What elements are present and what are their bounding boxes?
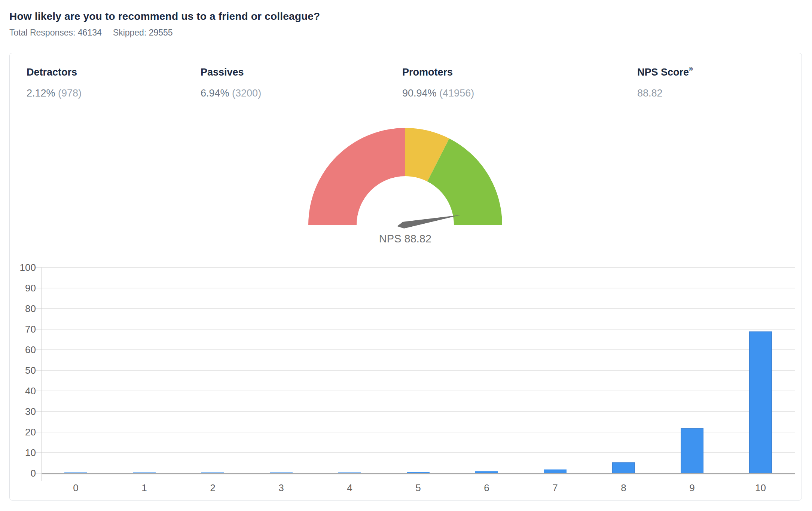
gridline-80	[35, 308, 795, 309]
skipped-label: Skipped:	[113, 28, 147, 37]
bar-score-9	[681, 428, 703, 473]
skipped: Skipped: 29555	[113, 28, 173, 38]
x-axis-label-9: 9	[675, 482, 709, 494]
gridline-100	[35, 267, 795, 268]
y-axis-line	[42, 267, 42, 481]
stat-detractors-count: (978)	[58, 88, 82, 99]
y-axis-tick-label-40: 40	[10, 386, 36, 396]
score-distribution-chart: 0102030405060708090100012345678910	[10, 53, 802, 501]
y-axis-tick-label-90: 90	[10, 283, 36, 293]
stat-nps-score: NPS Score® 88.82	[637, 67, 693, 78]
nps-gauge-value-label: NPS 88.82	[300, 233, 510, 245]
bar-score-0	[64, 472, 87, 473]
x-axis-label-8: 8	[607, 482, 641, 494]
stat-nps-score-number: 88.82	[637, 88, 663, 99]
gridline-70	[35, 329, 795, 330]
gridline-30	[35, 411, 795, 412]
nps-summary-card: Detractors 2.12% (978) Passives 6.94% (3…	[9, 53, 802, 501]
y-axis-tick-label-30: 30	[10, 406, 36, 417]
bar-score-8	[612, 462, 635, 473]
y-axis-tick-label-50: 50	[10, 365, 36, 376]
x-axis-label-2: 2	[196, 482, 230, 494]
stat-nps-score-label: NPS Score®	[637, 67, 693, 78]
x-axis-label-10: 10	[744, 482, 778, 494]
gauge-segment-detractors	[308, 128, 405, 225]
gridline-40	[35, 391, 795, 391]
bar-score-2	[201, 472, 224, 473]
bar-score-7	[544, 469, 567, 473]
stat-passives-percent: 6.94%	[201, 88, 229, 99]
nps-gauge-chart	[300, 128, 510, 240]
total-responses-label: Total Responses:	[9, 28, 75, 37]
stat-passives-label: Passives	[201, 67, 244, 78]
y-axis-tick-label-20: 20	[10, 427, 36, 437]
y-axis-tick-label-100: 100	[10, 262, 36, 273]
stat-passives-count: (3200)	[232, 88, 261, 99]
x-axis-label-0: 0	[59, 482, 93, 494]
total-responses-value: 46134	[78, 28, 102, 37]
stat-promoters-label: Promoters	[402, 67, 453, 78]
gridline-50	[35, 370, 795, 371]
x-axis-label-1: 1	[128, 482, 161, 494]
gridline-20	[35, 432, 795, 432]
gauge-needle	[397, 212, 461, 230]
stat-detractors-label: Detractors	[27, 67, 77, 78]
page-title: How likely are you to recommend us to a …	[9, 10, 320, 22]
y-axis-tick-label-0: 0	[10, 468, 36, 478]
stat-detractors: Detractors 2.12% (978)	[27, 67, 77, 78]
skipped-value: 29555	[149, 28, 173, 37]
stat-passives-value: 6.94% (3200)	[201, 88, 261, 99]
x-axis-label-4: 4	[333, 482, 367, 494]
bar-score-6	[475, 471, 498, 474]
gridline-10	[35, 452, 795, 453]
stat-detractors-percent: 2.12%	[27, 88, 55, 99]
gridline-0	[35, 473, 795, 474]
bar-score-1	[133, 472, 156, 473]
x-axis-label-6: 6	[470, 482, 504, 494]
x-axis-label-7: 7	[538, 482, 572, 494]
bar-score-3	[270, 472, 293, 473]
stat-promoters-value: 90.94% (41956)	[402, 88, 474, 99]
gridline-90	[35, 288, 795, 288]
y-axis-tick-label-10: 10	[10, 447, 36, 458]
y-axis-tick-label-70: 70	[10, 324, 36, 334]
stat-promoters-count: (41956)	[439, 88, 474, 99]
y-axis-tick-label-60: 60	[10, 345, 36, 355]
bar-score-4	[338, 472, 361, 473]
total-responses: Total Responses: 46134	[9, 28, 102, 38]
gridline-60	[35, 349, 795, 350]
y-axis-tick-label-80: 80	[10, 303, 36, 314]
stat-nps-score-value: 88.82	[637, 88, 663, 99]
x-axis-label-5: 5	[402, 482, 435, 494]
stat-passives: Passives 6.94% (3200)	[201, 67, 244, 78]
stat-promoters-percent: 90.94%	[402, 88, 437, 99]
stat-detractors-value: 2.12% (978)	[27, 88, 82, 99]
bar-score-5	[407, 472, 430, 473]
response-summary: Total Responses: 46134 Skipped: 29555	[9, 28, 173, 38]
registered-trademark-icon: ®	[689, 66, 693, 72]
x-axis-baseline	[42, 473, 795, 474]
stat-promoters: Promoters 90.94% (41956)	[402, 67, 453, 78]
bar-score-10	[749, 331, 772, 473]
nps-question-report: How likely are you to recommend us to a …	[0, 0, 812, 511]
x-axis-label-3: 3	[265, 482, 298, 494]
